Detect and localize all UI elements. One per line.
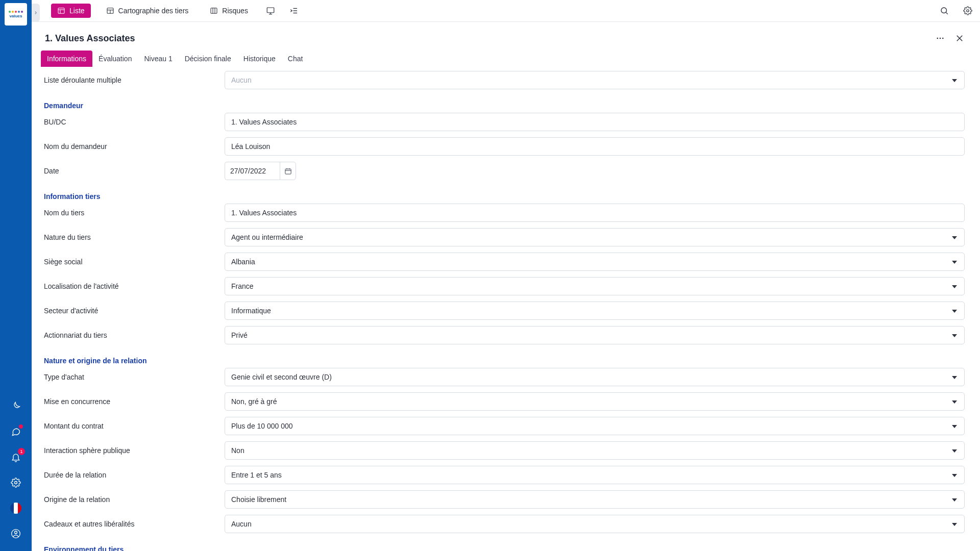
tab-chat[interactable]: Chat	[282, 51, 309, 67]
label-duree: Durée de la relation	[41, 471, 225, 479]
svg-rect-12	[267, 8, 274, 13]
label-nom-tiers: Nom du tiers	[41, 209, 225, 217]
select-actionnariat[interactable]: Privé	[225, 326, 965, 344]
tab-informations[interactable]: Informations	[41, 51, 92, 67]
label-nom-demandeur: Nom du demandeur	[41, 142, 225, 151]
label-liste-deroulante: Liste déroulante multiple	[41, 76, 225, 84]
left-sidebar: values 1	[0, 0, 32, 551]
top-toolbar: Liste Cartographie des tiers Risques	[32, 0, 980, 22]
label-actionnariat: Actionnariat du tiers	[41, 331, 225, 339]
user-account-icon[interactable]	[8, 525, 24, 542]
select-montant[interactable]: Plus de 10 000 000	[225, 417, 965, 435]
select-cadeaux[interactable]: Aucun	[225, 515, 965, 533]
label-interaction: Interaction sphère publique	[41, 446, 225, 455]
tab-evaluation[interactable]: Évaluation	[92, 51, 138, 67]
svg-point-22	[940, 38, 941, 39]
label-concurrence: Mise en concurrence	[41, 397, 225, 406]
input-nom-tiers[interactable]: 1. Values Associates	[225, 204, 965, 222]
notifications-badge: 1	[18, 448, 25, 455]
select-nature-tiers[interactable]: Agent ou intermédiaire	[225, 228, 965, 246]
section-nature-relation: Nature et origine de la relation	[41, 350, 965, 368]
form-tabs: Informations Évaluation Niveau 1 Décisio…	[32, 51, 980, 67]
svg-point-2	[15, 531, 17, 534]
label-date: Date	[41, 167, 225, 175]
label-montant: Montant du contrat	[41, 422, 225, 430]
section-demandeur: Demandeur	[41, 95, 965, 113]
settings-icon[interactable]	[961, 4, 975, 18]
input-bu-dc[interactable]: 1. Values Associates	[225, 113, 965, 131]
svg-rect-9	[211, 8, 217, 14]
dark-mode-toggle[interactable]	[8, 398, 24, 414]
svg-line-19	[946, 12, 947, 14]
form-body: Liste déroulante multiple Aucun Demandeu…	[32, 67, 980, 551]
tab-liste-label: Liste	[69, 7, 85, 15]
tab-decision-finale[interactable]: Décision finale	[179, 51, 237, 67]
brand-logo[interactable]: values	[5, 3, 27, 26]
svg-point-18	[941, 8, 947, 13]
select-origine[interactable]: Choisie librement	[225, 490, 965, 509]
page-header: 1. Values Associates	[32, 22, 980, 51]
svg-point-20	[967, 10, 969, 12]
tab-historique[interactable]: Historique	[237, 51, 282, 67]
messages-badge	[19, 424, 23, 429]
input-date[interactable]: 27/07/2022	[225, 162, 280, 180]
input-nom-demandeur[interactable]: Léa Louison	[225, 137, 965, 156]
label-siege: Siège social	[41, 258, 225, 266]
select-secteur[interactable]: Informatique	[225, 302, 965, 320]
select-localisation[interactable]: France	[225, 277, 965, 295]
svg-point-0	[15, 482, 17, 484]
select-duree[interactable]: Entre 1 et 5 ans	[225, 466, 965, 484]
tab-cartographie[interactable]: Cartographie des tiers	[100, 4, 195, 18]
section-environnement: Environnement du tiers	[41, 539, 965, 551]
label-cadeaux: Cadeaux et autres libéralités	[41, 520, 225, 528]
tab-risques-label: Risques	[222, 7, 248, 15]
date-picker-button[interactable]	[280, 162, 296, 180]
close-icon[interactable]	[952, 31, 967, 45]
select-concurrence[interactable]: Non, gré à gré	[225, 392, 965, 411]
label-bu-dc: BU/DC	[41, 118, 225, 126]
svg-point-21	[937, 38, 938, 39]
label-nature-tiers: Nature du tiers	[41, 233, 225, 241]
tab-cartographie-label: Cartographie des tiers	[118, 7, 189, 15]
language-flag-fr[interactable]	[8, 500, 24, 516]
queue-icon[interactable]	[287, 4, 301, 18]
label-type-achat: Type d'achat	[41, 373, 225, 381]
svg-rect-3	[58, 8, 64, 14]
label-localisation: Localisation de l'activité	[41, 282, 225, 290]
search-icon[interactable]	[937, 4, 951, 18]
svg-point-23	[942, 38, 944, 39]
select-siege[interactable]: Albania	[225, 253, 965, 271]
section-info-tiers: Information tiers	[41, 186, 965, 204]
select-interaction[interactable]: Non	[225, 441, 965, 460]
select-liste-deroulante[interactable]: Aucun	[225, 71, 965, 89]
label-origine: Origine de la relation	[41, 495, 225, 504]
tab-liste[interactable]: Liste	[51, 4, 91, 18]
svg-rect-26	[285, 169, 290, 174]
sidebar-expand-toggle[interactable]	[32, 4, 40, 22]
page-title: 1. Values Associates	[45, 33, 135, 44]
settings-sidebar-icon[interactable]	[8, 474, 24, 491]
notifications-icon[interactable]: 1	[8, 449, 24, 465]
more-options-icon[interactable]	[933, 31, 947, 45]
select-type-achat[interactable]: Genie civil et second œuvre (D)	[225, 368, 965, 386]
messages-icon[interactable]	[8, 423, 24, 440]
label-secteur: Secteur d'activité	[41, 307, 225, 315]
tab-niveau1[interactable]: Niveau 1	[138, 51, 178, 67]
present-icon[interactable]	[263, 4, 278, 18]
tab-risques[interactable]: Risques	[204, 4, 254, 18]
